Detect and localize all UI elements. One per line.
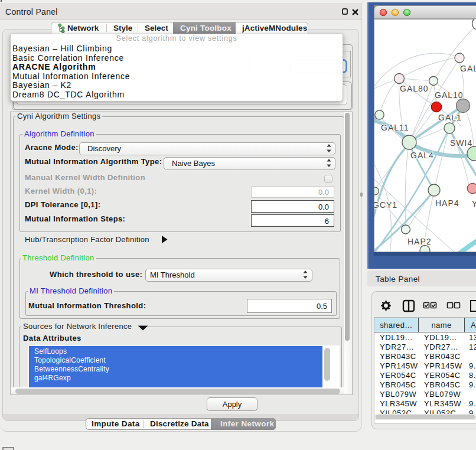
svg-text:GAL4: GAL4 xyxy=(410,151,434,160)
svg-text:GAL11: GAL11 xyxy=(381,123,409,132)
svg-text:GAL1: GAL1 xyxy=(438,113,462,122)
svg-text:GAL80: GAL80 xyxy=(400,84,429,93)
svg-text:HAP2: HAP2 xyxy=(407,237,432,246)
svg-text:GAL10: GAL10 xyxy=(435,90,464,100)
svg-text:SWI4: SWI4 xyxy=(450,138,472,148)
svg-text:HAP4: HAP4 xyxy=(435,198,459,208)
svg-text:GCY1: GCY1 xyxy=(373,200,397,210)
svg-text:GAL7: GAL7 xyxy=(460,64,476,73)
svg-text:YEL: YEL xyxy=(472,199,476,208)
